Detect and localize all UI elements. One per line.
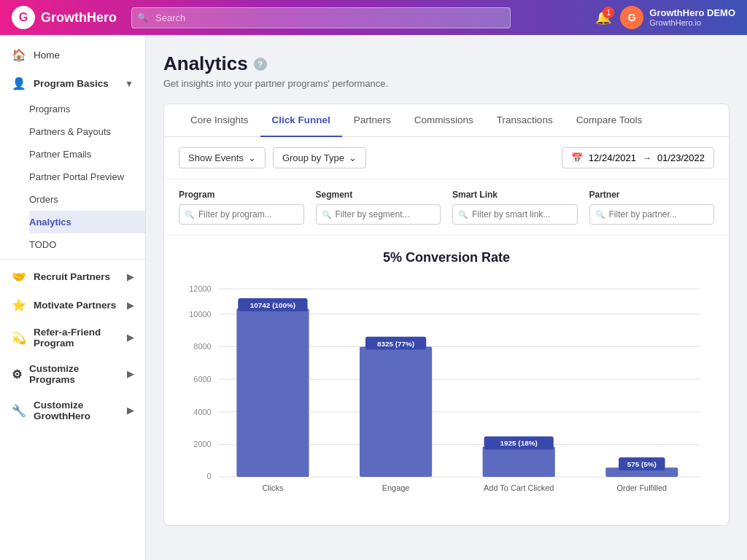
bar-engage: 8325 (77%) Engage (360, 337, 432, 492)
svg-text:Add To Cart Clicked: Add To Cart Clicked (484, 483, 554, 492)
svg-text:8000: 8000 (193, 342, 211, 351)
sidebar: 🏠 Home 👤 Program Basics ▼ Programs Partn… (0, 35, 146, 560)
group-by-type-button[interactable]: Group by Type ⌄ (273, 147, 366, 168)
filter-program-label: Program (179, 190, 304, 200)
refer-icon: 💫 (12, 331, 26, 345)
bar-add-to-cart: 1925 (18%) Add To Cart Clicked (483, 437, 555, 492)
person-icon: 👤 (12, 77, 26, 90)
svg-text:4000: 4000 (193, 408, 211, 416)
filter-segment-label: Segment (316, 190, 441, 200)
filter-segment: Segment (316, 190, 441, 225)
tab-compare-tools[interactable]: Compare Tools (565, 104, 654, 137)
filter-smart-link-input[interactable] (452, 204, 578, 225)
sidebar-section-recruit-partners[interactable]: 🤝 Recruit Partners ▶ (0, 262, 145, 291)
bar-chart: 2000 4000 6000 8000 1000 (179, 277, 714, 510)
topnav: G GrowthHero 🔔 1 G GrowthHero DEMO Growt… (0, 0, 747, 35)
tab-transactions[interactable]: Transactions (485, 104, 565, 137)
user-domain: GrowthHero.io (649, 18, 735, 28)
sidebar-section-motivate-partners[interactable]: ⭐ Motivate Partners ▶ (0, 291, 145, 319)
tabs-bar: Core Insights Click Funnel Partners Comm… (164, 104, 729, 137)
user-name: GrowthHero DEMO (649, 7, 735, 19)
toolbar: Show Events ⌄ Group by Type ⌄ 📅 12/24/20… (164, 137, 729, 179)
sidebar-item-partner-portal-preview[interactable]: Partner Portal Preview (29, 166, 145, 188)
svg-text:6000: 6000 (193, 375, 211, 384)
page-title: Analytics ? (163, 52, 729, 75)
tab-click-funnel[interactable]: Click Funnel (260, 104, 342, 137)
filters-row: Program Segment Smart Link (164, 179, 729, 236)
filter-partner: Partner (589, 190, 715, 225)
programs-label: Programs (29, 104, 70, 114)
recruit-icon: 🤝 (12, 270, 26, 284)
svg-text:8325 (77%): 8325 (77%) (377, 340, 414, 348)
recruit-partners-label: Recruit Partners (34, 271, 110, 282)
sidebar-section-customize-programs[interactable]: ⚙ Customize Programs ▶ (0, 356, 145, 392)
chart-title: 5% Conversion Rate (179, 250, 714, 265)
svg-text:2000: 2000 (193, 440, 211, 448)
sidebar-home-label: Home (34, 50, 60, 61)
tab-commissions[interactable]: Commissions (403, 104, 485, 137)
todo-label: TODO (29, 239, 56, 250)
avatar: G (620, 6, 643, 29)
sidebar-section-program-basics[interactable]: 👤 Program Basics ▼ (0, 69, 145, 98)
help-icon[interactable]: ? (254, 58, 267, 71)
customize-icon: ⚙ (12, 368, 22, 381)
sidebar-item-todo[interactable]: TODO (29, 233, 145, 256)
chart-container: 2000 4000 6000 8000 1000 (179, 277, 714, 510)
chevron-down-icon: ▼ (125, 79, 133, 89)
search-area (131, 7, 511, 28)
svg-text:10000: 10000 (189, 310, 211, 319)
page-header: Analytics ? Get insights into your partn… (163, 52, 729, 89)
motivate-icon: ⭐ (12, 298, 26, 312)
chevron-right-icon-4: ▶ (127, 369, 133, 379)
show-events-label: Show Events (188, 152, 244, 163)
chevron-right-icon-5: ▶ (127, 405, 133, 416)
filter-partner-input[interactable] (589, 204, 715, 225)
filter-smart-link-label: Smart Link (452, 190, 578, 200)
sidebar-item-orders[interactable]: Orders (29, 188, 145, 211)
page-subtitle: Get insights into your partner programs'… (163, 78, 729, 89)
sidebar-item-programs[interactable]: Programs (29, 98, 145, 120)
home-icon: 🏠 (12, 48, 26, 62)
svg-text:0: 0 (207, 472, 212, 481)
motivate-partners-label: Motivate Partners (34, 300, 116, 311)
sidebar-item-analytics[interactable]: Analytics (29, 211, 145, 233)
tab-core-insights[interactable]: Core Insights (179, 104, 260, 137)
chevron-right-icon-2: ▶ (127, 300, 133, 311)
program-basics-label: Program Basics (34, 78, 109, 89)
customize-growthhero-label: Customize GrowthHero (34, 400, 120, 421)
svg-text:Clicks: Clicks (262, 483, 284, 492)
partner-portal-preview-label: Partner Portal Preview (29, 171, 124, 182)
logo-icon: G (12, 6, 35, 29)
date-range-picker[interactable]: 📅 12/24/2021 → 01/23/2022 (562, 147, 714, 168)
chevron-right-icon-3: ▶ (127, 332, 133, 343)
sidebar-item-home[interactable]: 🏠 Home (0, 41, 145, 69)
dropdown-icon-2: ⌄ (349, 152, 357, 163)
filter-partner-label: Partner (589, 190, 715, 200)
search-input[interactable] (131, 7, 511, 28)
svg-text:1925 (18%): 1925 (18%) (500, 439, 538, 447)
sidebar-sub-program-basics: Programs Partners & Payouts Partner Emai… (0, 98, 145, 256)
sidebar-item-partners-payouts[interactable]: Partners & Payouts (29, 120, 145, 143)
notifications-button[interactable]: 🔔 1 (595, 9, 611, 26)
chart-section: 5% Conversion Rate 2000 4000 (164, 236, 729, 525)
sidebar-item-partner-emails[interactable]: Partner Emails (29, 143, 145, 166)
sidebar-section-customize-growthhero[interactable]: 🔧 Customize GrowthHero ▶ (0, 392, 145, 429)
date-end: 01/23/2022 (657, 152, 705, 163)
user-profile[interactable]: G GrowthHero DEMO GrowthHero.io (620, 6, 735, 29)
bar-clicks: 10742 (100%) Clicks (236, 298, 309, 492)
customize-programs-label: Customize Programs (29, 363, 120, 385)
filter-smart-link: Smart Link (452, 190, 578, 225)
sidebar-section-refer-friend[interactable]: 💫 Refer-a-Friend Program ▶ (0, 319, 145, 356)
svg-rect-18 (360, 347, 432, 478)
filter-segment-input[interactable] (316, 204, 441, 225)
svg-text:12000: 12000 (189, 284, 211, 293)
svg-text:Engage: Engage (382, 483, 410, 492)
logo: G GrowthHero (12, 6, 117, 29)
brand-name: GrowthHero (41, 10, 117, 26)
show-events-button[interactable]: Show Events ⌄ (179, 147, 266, 168)
refer-friend-label: Refer-a-Friend Program (34, 327, 120, 349)
tab-partners[interactable]: Partners (342, 104, 403, 137)
arrow-right-icon: → (642, 152, 651, 163)
filter-program-input[interactable] (179, 204, 304, 225)
partner-emails-label: Partner Emails (29, 149, 91, 160)
